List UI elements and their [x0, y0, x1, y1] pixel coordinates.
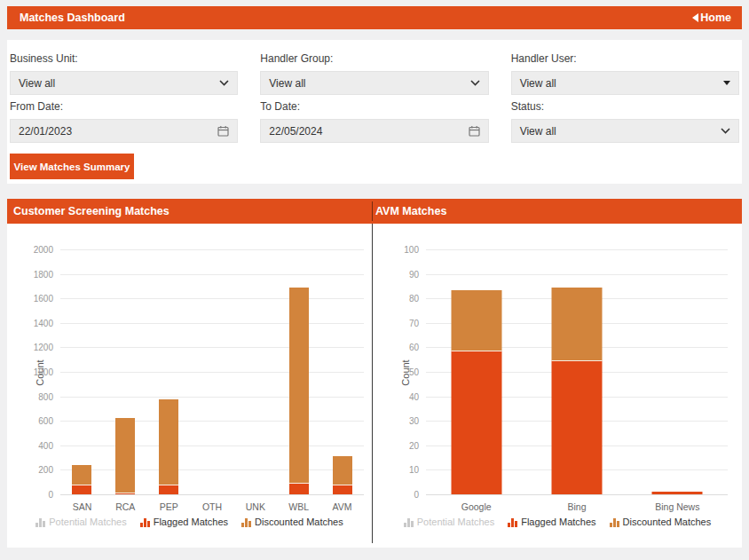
calendar-icon	[469, 125, 480, 137]
bar-pep[interactable]	[159, 399, 178, 494]
chevron-down-icon	[721, 128, 730, 134]
bar-segment-discounted-matches[interactable]	[115, 418, 135, 493]
handler-group-label: Handler Group:	[260, 47, 488, 71]
legend-item-discounted-matches[interactable]: Discounted Matches	[241, 517, 343, 527]
bar-bing[interactable]	[552, 288, 603, 494]
status-select[interactable]: View all	[511, 119, 739, 143]
bar-segment-flagged-matches[interactable]	[72, 485, 91, 494]
bar-segment-flagged-matches[interactable]	[333, 485, 352, 494]
y-tick-label: 30	[409, 416, 419, 426]
x-axis-labels: SANRCAPEPOTHUNKWBLAVM	[60, 501, 364, 512]
category-label: AVM	[320, 501, 364, 512]
filter-business-unit: Business Unit: View all	[10, 47, 238, 95]
gridline	[426, 249, 728, 250]
y-tick-label: 20	[409, 440, 419, 450]
filter-from-date: From Date: 22/01/2023	[10, 95, 238, 143]
plot-area: 0102030405060708090100	[426, 249, 728, 495]
bar-segment-discounted-matches[interactable]	[333, 456, 352, 485]
category-label: WBL	[277, 501, 320, 512]
from-date-input[interactable]: 22/01/2023	[10, 119, 238, 143]
bar-segment-discounted-matches[interactable]	[72, 465, 91, 486]
handler-group-select[interactable]: View all	[260, 71, 488, 95]
bar-segment-flagged-matches[interactable]	[159, 485, 178, 494]
y-tick-label: 40	[409, 391, 419, 401]
y-tick-label: 70	[409, 318, 419, 327]
charts-panel: Customer Screening Matches AVM Matches C…	[7, 199, 742, 548]
customer-screening-chart: Count02004006008001000120014001600180020…	[7, 224, 372, 548]
home-button[interactable]: Home	[692, 12, 731, 24]
category-label: Google	[426, 501, 526, 512]
bar-segment-flagged-matches[interactable]	[451, 351, 501, 494]
bar-chart-icon	[610, 517, 619, 527]
legend-item-potential-matches[interactable]: Potential Matches	[404, 517, 494, 527]
gridline	[60, 446, 364, 446]
chart-legend: Potential MatchesFlagged MatchesDiscount…	[373, 517, 742, 527]
handler-group-value: View all	[269, 77, 305, 90]
legend-label: Discounted Matches	[255, 517, 343, 527]
bar-wbl[interactable]	[289, 288, 309, 494]
bar-chart-icon	[404, 517, 414, 527]
bar-bing-news[interactable]	[652, 492, 703, 494]
chart-legend: Potential MatchesFlagged MatchesDiscount…	[7, 517, 372, 527]
bar-segment-discounted-matches[interactable]	[289, 288, 309, 483]
business-unit-label: Business Unit:	[10, 47, 238, 71]
y-tick-label: 50	[409, 367, 419, 377]
back-arrow-icon	[692, 13, 698, 22]
gridline	[60, 298, 364, 299]
bar-segment-flagged-matches[interactable]	[115, 493, 135, 494]
bar-google[interactable]	[451, 290, 501, 494]
legend-item-potential-matches[interactable]: Potential Matches	[35, 517, 126, 527]
y-tick-label: 1000	[34, 367, 53, 377]
gridline	[60, 397, 364, 398]
from-date-label: From Date:	[10, 95, 238, 119]
y-tick-label: 200	[38, 465, 53, 475]
y-tick-label: 800	[38, 391, 53, 401]
gridline	[60, 372, 364, 373]
bar-segment-discounted-matches[interactable]	[451, 290, 501, 351]
y-tick-label: 0	[414, 490, 419, 500]
matches-dashboard-page: Matches Dashboard Home Business Unit: Vi…	[0, 0, 749, 560]
filter-panel: Business Unit: View all Handler Group: V…	[7, 40, 742, 184]
business-unit-select[interactable]: View all	[10, 71, 238, 95]
avm-matches-title: AVM Matches	[366, 205, 446, 217]
home-label: Home	[700, 12, 731, 24]
bar-chart-icon	[35, 517, 45, 527]
filter-handler-group: Handler Group: View all	[260, 47, 488, 95]
bar-segment-discounted-matches[interactable]	[552, 288, 603, 361]
avm-chart-region: Count0102030405060708090100GoogleBingBin…	[373, 224, 742, 548]
bar-chart-icon	[140, 517, 150, 527]
bar-rca[interactable]	[115, 418, 135, 494]
gridline	[60, 249, 364, 250]
bar-segment-flagged-matches[interactable]	[289, 484, 309, 494]
x-axis-labels: GoogleBingBing News	[426, 501, 728, 512]
status-value: View all	[520, 125, 556, 138]
calendar-icon	[217, 125, 229, 137]
filter-row-2: From Date: 22/01/2023 To Date: 22/05/202…	[10, 95, 739, 143]
customer-screening-chart-region: Count02004006008001000120014001600180020…	[7, 224, 372, 548]
from-date-value: 22/01/2023	[19, 125, 72, 138]
legend-item-flagged-matches[interactable]: Flagged Matches	[140, 517, 228, 527]
bar-segment-flagged-matches[interactable]	[552, 361, 603, 494]
gridline	[60, 469, 364, 470]
y-tick-label: 100	[404, 245, 419, 255]
legend-item-discounted-matches[interactable]: Discounted Matches	[610, 517, 712, 527]
y-tick-label: 10	[409, 465, 419, 475]
category-label: Bing	[526, 501, 627, 512]
y-tick-label: 90	[409, 269, 419, 279]
bar-avm[interactable]	[333, 456, 352, 494]
handler-user-combobox[interactable]: View all	[511, 71, 739, 95]
bar-segment-flagged-matches[interactable]	[652, 492, 703, 494]
y-tick-label: 80	[409, 294, 419, 304]
plot-area: 0200400600800100012001400160018002000	[60, 249, 364, 495]
category-label: PEP	[147, 501, 191, 512]
handler-user-label: Handler User:	[511, 47, 739, 71]
legend-item-flagged-matches[interactable]: Flagged Matches	[508, 517, 595, 527]
to-date-input[interactable]: 22/05/2024	[260, 119, 488, 143]
y-tick-label: 1800	[34, 269, 53, 279]
bar-segment-discounted-matches[interactable]	[159, 399, 178, 485]
bar-san[interactable]	[72, 465, 91, 494]
view-matches-summary-button[interactable]: View Matches Summary	[10, 154, 134, 179]
category-label: SAN	[60, 501, 104, 512]
gridline	[60, 323, 364, 324]
y-tick-label: 1200	[34, 343, 53, 352]
